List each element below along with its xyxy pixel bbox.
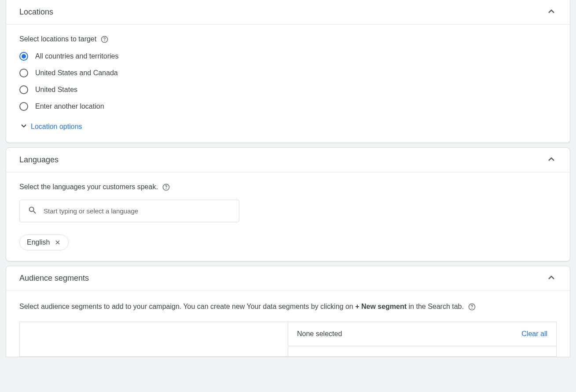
location-radio-group: All countries and territories United Sta… (19, 52, 557, 111)
search-icon (28, 205, 37, 216)
radio-label: All countries and territories (35, 52, 118, 60)
chevron-down-icon (19, 121, 28, 132)
radio-option-enter-another[interactable]: Enter another location (19, 102, 557, 111)
locations-header[interactable]: Locations (6, 0, 570, 25)
languages-subtitle-row: Select the languages your customers spea… (19, 183, 557, 191)
chip-label: English (27, 238, 50, 246)
audience-title: Audience segments (19, 274, 89, 283)
locations-subtitle: Select locations to target (19, 35, 96, 43)
locations-body: Select locations to target All countries… (6, 25, 570, 143)
svg-point-3 (166, 188, 166, 189)
audience-header[interactable]: Audience segments (6, 266, 570, 291)
radio-option-all-countries[interactable]: All countries and territories (19, 52, 557, 61)
chevron-up-icon (546, 272, 557, 284)
audience-selected-header: None selected Clear all (288, 322, 556, 346)
help-icon[interactable] (468, 303, 476, 311)
none-selected-label: None selected (297, 330, 342, 338)
audience-selected-panel: None selected Clear all (288, 322, 557, 357)
audience-selector: None selected Clear all (19, 322, 557, 357)
clear-all-button[interactable]: Clear all (521, 330, 547, 338)
audience-description: Select audience segments to add to your … (19, 301, 464, 312)
radio-button-icon (19, 102, 28, 111)
audience-browse-panel[interactable] (19, 322, 288, 357)
languages-body: Select the languages your customers spea… (6, 172, 570, 261)
close-icon[interactable] (54, 239, 61, 246)
radio-label: United States (35, 86, 77, 94)
radio-label: United States and Canada (35, 69, 118, 77)
locations-subtitle-row: Select locations to target (19, 35, 557, 43)
radio-option-us-canada[interactable]: United States and Canada (19, 69, 557, 77)
language-chip-english[interactable]: English (19, 234, 69, 250)
audience-body: Select audience segments to add to your … (6, 291, 570, 357)
location-options-label: Location options (31, 123, 82, 131)
svg-point-1 (104, 40, 105, 41)
languages-header[interactable]: Languages (6, 148, 570, 172)
radio-button-icon (19, 52, 28, 61)
languages-subtitle: Select the languages your customers spea… (19, 183, 158, 191)
location-options-toggle[interactable]: Location options (19, 121, 557, 132)
svg-point-5 (472, 308, 472, 308)
radio-button-icon (19, 85, 28, 94)
audience-segments-card: Audience segments Select audience segmen… (6, 266, 570, 357)
radio-label: Enter another location (35, 103, 104, 110)
locations-title: Locations (19, 7, 53, 17)
locations-card: Locations Select locations to target All… (6, 0, 570, 143)
radio-button-icon (19, 69, 28, 77)
help-icon[interactable] (162, 183, 170, 191)
help-icon[interactable] (101, 36, 108, 43)
languages-card: Languages Select the languages your cust… (6, 147, 570, 261)
audience-description-row: Select audience segments to add to your … (19, 301, 557, 312)
chevron-up-icon (546, 154, 557, 166)
radio-option-united-states[interactable]: United States (19, 85, 557, 94)
language-search-input[interactable] (44, 207, 231, 215)
language-search-box[interactable] (19, 200, 239, 222)
chevron-up-icon (546, 6, 557, 18)
languages-title: Languages (19, 155, 59, 165)
